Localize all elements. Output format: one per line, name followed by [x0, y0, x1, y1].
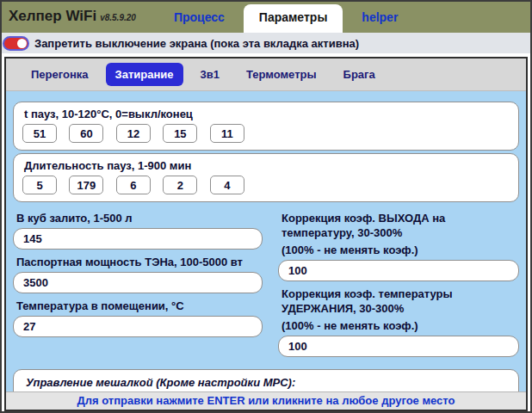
hold-correction-hint: (100% - не менять коэф.) — [281, 318, 519, 333]
main-panel: Перегонка Затирание 3в1 Термометры Брага… — [4, 57, 528, 411]
pause-temp-input-2[interactable] — [69, 124, 103, 143]
subtab-braga[interactable]: Брага — [334, 63, 385, 86]
hold-correction-input[interactable] — [278, 336, 519, 357]
output-correction-label: Коррекция коэф. ВЫХОДА на температуру, 3… — [281, 211, 519, 240]
output-correction-hint: (100% - не менять коэф.) — [281, 243, 519, 257]
left-column: В куб залито, 1-500 л Паспортная мощност… — [13, 207, 263, 359]
subtab-3in1[interactable]: 3в1 — [191, 63, 229, 86]
mixer-control-title: Управление мешалкой (Кроме настройки MPC… — [26, 376, 508, 389]
volume-input[interactable] — [13, 228, 263, 250]
submit-hint: Для отправки нажмите ENTER или кликните … — [6, 391, 526, 410]
app-title-group: Хелпер WiFi v8.5.9.20 — [9, 8, 136, 25]
pause-temp-input-4[interactable] — [163, 124, 197, 143]
subtab-mashing[interactable]: Затирание — [106, 63, 183, 86]
heater-power-input[interactable] — [13, 272, 263, 293]
mashing-settings-form: t пауз, 10-120°C, 0=выкл/конец Длительно… — [6, 91, 526, 391]
subtab-bar: Перегонка Затирание 3в1 Термометры Брага — [6, 59, 526, 91]
app-title: Хелпер WiFi — [9, 8, 96, 25]
subtab-thermometers[interactable]: Термометры — [237, 63, 326, 86]
hold-correction-label: Коррекция коэф. температуры УДЕРЖАНИЯ, 3… — [281, 287, 519, 316]
pause-temps-inputs — [22, 124, 510, 143]
screen-lock-row: Запретить выключение экрана (пока эта вк… — [2, 33, 530, 53]
heater-power-label: Паспортная мощность ТЭНа, 100-5000 вт — [16, 255, 263, 269]
pause-temps-label: t пауз, 10-120°C, 0=выкл/конец — [24, 108, 510, 120]
tab-process[interactable]: Процесс — [160, 10, 238, 24]
pause-durations-inputs — [22, 176, 510, 194]
screen-lock-toggle[interactable] — [3, 36, 29, 51]
subtab-distillation[interactable]: Перегонка — [22, 63, 98, 86]
screen-lock-label: Запретить выключение экрана (пока эта вк… — [34, 37, 359, 50]
pause-duration-input-3[interactable] — [116, 176, 151, 194]
room-temp-label: Температура в помещении, °C — [16, 299, 263, 313]
pause-durations-group: Длительность пауз, 1-900 мин — [13, 153, 519, 202]
parameters-columns: В куб залито, 1-500 л Паспортная мощност… — [13, 207, 519, 359]
pause-temps-group: t пауз, 10-120°C, 0=выкл/конец — [13, 102, 519, 151]
volume-label: В куб залито, 1-500 л — [16, 211, 263, 225]
right-column: Коррекция коэф. ВЫХОДА на температуру, 3… — [278, 207, 519, 359]
tab-helper[interactable]: helper — [348, 10, 411, 24]
header-bar: Хелпер WiFi v8.5.9.20 Процесс Параметры … — [2, 2, 530, 33]
mixer-control-group: Управление мешалкой (Кроме настройки MPC… — [13, 369, 519, 391]
pause-duration-input-1[interactable] — [22, 176, 57, 194]
pause-durations-label: Длительность пауз, 1-900 мин — [24, 159, 510, 172]
pause-duration-input-4[interactable] — [163, 176, 197, 194]
pause-duration-input-2[interactable] — [69, 176, 103, 194]
pause-duration-input-5[interactable] — [210, 176, 244, 194]
app-window: Хелпер WiFi v8.5.9.20 Процесс Параметры … — [0, 0, 532, 413]
app-version: v8.5.9.20 — [100, 13, 136, 22]
pause-temp-input-3[interactable] — [116, 124, 151, 143]
output-correction-input[interactable] — [278, 260, 519, 281]
toggle-knob-icon — [17, 39, 27, 48]
room-temp-input[interactable] — [13, 316, 263, 337]
top-tab-bar: Процесс Параметры helper — [160, 4, 411, 33]
pause-temp-input-1[interactable] — [22, 124, 57, 143]
tab-parameters[interactable]: Параметры — [244, 4, 343, 33]
pause-temp-input-5[interactable] — [210, 124, 244, 143]
